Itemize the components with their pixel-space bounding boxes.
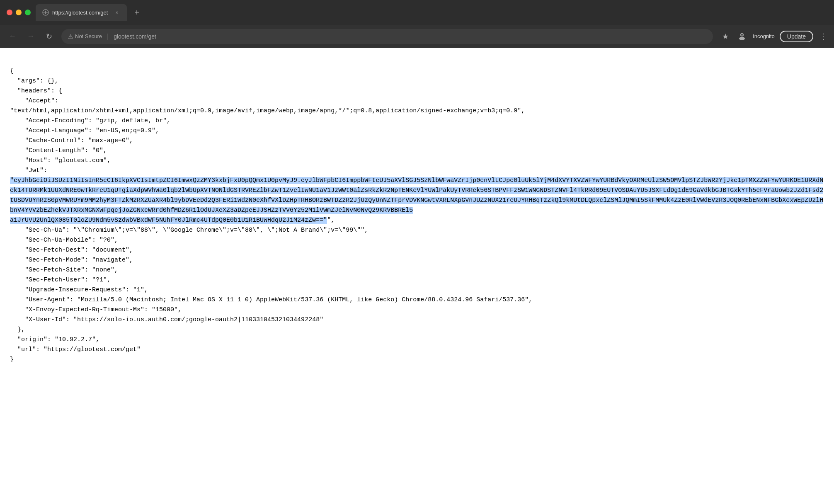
json-line-11: "Jwt": "eyJhbGciOiJSUzI1NiIsInR5cCI6IkpX… xyxy=(10,166,824,225)
json-line-3: "headers": { xyxy=(10,86,824,96)
svg-point-4 xyxy=(741,34,743,36)
json-line-13: "Sec-Ch-Ua": "\"Chromium\";v=\"88\", \"G… xyxy=(10,225,824,235)
url-display: glootest.com/get xyxy=(114,33,706,40)
json-line-17: "Sec-Fetch-Site": "none", xyxy=(10,265,824,275)
content-area: { "args": {}, "headers": { "Accept":"tex… xyxy=(0,48,834,504)
json-line-5: "text/html,application/xhtml+xml,applica… xyxy=(10,106,824,116)
json-line-24: "origin": "10.92.2.7", xyxy=(10,335,824,345)
incognito-label: Incognito xyxy=(753,33,775,39)
json-line-10: "Host": "glootest.com", xyxy=(10,156,824,166)
json-line-26: } xyxy=(10,355,824,365)
json-line-4: "Accept": xyxy=(10,96,824,106)
json-line-18: "Sec-Fetch-User": "?1", xyxy=(10,275,824,285)
json-line-20: "User-Agent": "Mozilla/5.0 (Macintosh; I… xyxy=(10,295,824,305)
url-domain: glootest.com xyxy=(114,33,146,40)
url-path: /get xyxy=(147,33,156,40)
address-bar: ← → ↻ ⚠ Not Secure | glootest.com/get ★ … xyxy=(0,25,834,48)
json-line-8: "Cache-Control": "max-age=0", xyxy=(10,136,824,146)
json-line-6: "Accept-Encoding": "gzip, deflate, br", xyxy=(10,116,824,126)
json-line-7: "Accept-Language": "en-US,en;q=0.9", xyxy=(10,126,824,136)
json-line-21: "X-Envoy-Expected-Rq-Timeout-Ms": "15000… xyxy=(10,305,824,315)
tab-close-button[interactable]: × xyxy=(114,9,120,16)
forward-button[interactable]: → xyxy=(25,31,36,42)
bookmark-icon[interactable]: ★ xyxy=(720,31,731,42)
json-line-15: "Sec-Fetch-Dest": "document", xyxy=(10,245,824,255)
jwt-highlighted: "eyJhbGciOiJSUzI1NiIsInR5cCI6IkpXVCIsImt… xyxy=(10,177,823,224)
title-bar: https://glootest.com/get × + xyxy=(0,0,834,25)
incognito-icon xyxy=(736,31,748,42)
json-line-16: "Sec-Fetch-Mode": "navigate", xyxy=(10,255,824,265)
tab-title: https://glootest.com/get xyxy=(52,10,110,16)
json-line-9: "Content-Length": "0", xyxy=(10,146,824,156)
json-line-14: "Sec-Ch-Ua-Mobile": "?0", xyxy=(10,235,824,245)
json-line-22: "X-User-Id": "https://solo-io.us.auth0.c… xyxy=(10,315,824,325)
menu-button[interactable]: ⋮ xyxy=(820,32,827,41)
json-line-1: { xyxy=(10,66,824,76)
new-tab-button[interactable]: + xyxy=(130,6,143,19)
security-warning-text: Not Secure xyxy=(75,33,102,39)
tab-bar: https://glootest.com/get × + xyxy=(36,4,827,21)
json-line-2: "args": {}, xyxy=(10,76,824,86)
reload-button[interactable]: ↻ xyxy=(43,31,55,42)
close-button[interactable] xyxy=(7,10,12,15)
svg-point-3 xyxy=(739,37,745,40)
maximize-button[interactable] xyxy=(25,10,31,15)
json-line-19: "Upgrade-Insecure-Requests": "1", xyxy=(10,285,824,295)
update-button[interactable]: Update xyxy=(780,31,813,42)
back-button[interactable]: ← xyxy=(7,31,18,42)
url-bar[interactable]: ⚠ Not Secure | glootest.com/get xyxy=(61,29,713,44)
json-line-23: }, xyxy=(10,325,824,335)
active-tab[interactable]: https://glootest.com/get × xyxy=(36,4,127,21)
warning-icon: ⚠ xyxy=(68,33,73,40)
url-divider: | xyxy=(107,33,109,40)
toolbar-right: ★ Incognito Update ⋮ xyxy=(720,31,827,42)
json-content: { "args": {}, "headers": { "Accept":"tex… xyxy=(10,66,824,365)
minimize-button[interactable] xyxy=(16,10,22,15)
traffic-lights xyxy=(7,10,31,15)
json-line-25: "url": "https://glootest.com/get" xyxy=(10,345,824,355)
tab-favicon-icon xyxy=(42,9,49,16)
security-warning: ⚠ Not Secure xyxy=(68,33,102,40)
